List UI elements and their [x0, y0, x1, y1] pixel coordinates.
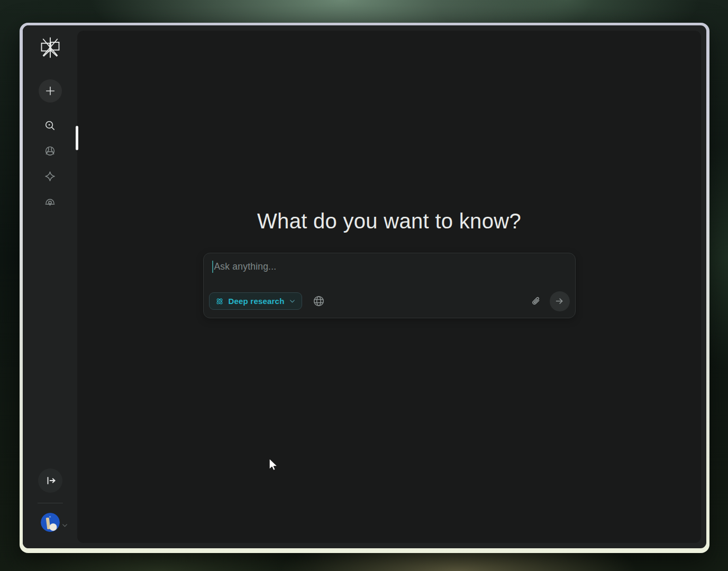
sidebar-divider: [38, 503, 63, 503]
sidebar-item-discover[interactable]: [44, 144, 57, 157]
app-window: What do you want to know? Ask anything..…: [20, 23, 709, 553]
discover-globe-icon: [44, 145, 56, 157]
library-arc-icon: [44, 196, 56, 208]
attach-button[interactable]: [531, 296, 542, 307]
sources-globe-button[interactable]: [312, 294, 325, 308]
app-surface: What do you want to know? Ask anything..…: [23, 25, 706, 548]
expand-sidebar-icon: [44, 474, 57, 487]
sidebar-item-search[interactable]: [44, 119, 57, 132]
sidebar-nav: [44, 119, 57, 208]
new-thread-button[interactable]: [39, 79, 62, 103]
sidebar-item-library[interactable]: [44, 195, 57, 208]
user-avatar: [41, 513, 60, 532]
account-menu[interactable]: [41, 513, 60, 532]
page-title: What do you want to know?: [257, 209, 521, 233]
sidebar-bottom: [23, 468, 77, 548]
home-content: What do you want to know? Ask anything..…: [203, 209, 576, 365]
deep-research-button[interactable]: Deep research: [209, 292, 302, 310]
main-panel: What do you want to know? Ask anything..…: [77, 31, 701, 543]
ask-input-placeholder: Ask anything...: [214, 261, 277, 272]
active-page-indicator: [76, 126, 78, 150]
chevron-down-icon: [289, 298, 296, 305]
expand-sidebar-button[interactable]: [38, 468, 62, 493]
arrow-right-icon: [554, 296, 565, 306]
ask-input[interactable]: Ask anything...: [204, 253, 575, 273]
composer: Ask anything...: [203, 253, 576, 318]
chevron-down-icon: [61, 521, 68, 531]
deep-research-label: Deep research: [229, 297, 285, 306]
paperclip-icon: [531, 296, 542, 307]
submit-button[interactable]: [550, 291, 570, 311]
composer-toolbar: Deep research: [204, 291, 575, 318]
desktop-background: What do you want to know? Ask anything..…: [0, 0, 728, 571]
atom-icon: [215, 297, 224, 306]
spaces-sparkle-icon: [44, 170, 56, 182]
globe-icon: [312, 294, 325, 308]
text-caret: [212, 261, 213, 273]
sidebar: [23, 25, 77, 548]
sidebar-item-spaces[interactable]: [44, 170, 57, 182]
search-icon: [44, 119, 56, 132]
plus-icon: [44, 85, 56, 97]
perplexity-logo-icon[interactable]: [38, 35, 62, 60]
